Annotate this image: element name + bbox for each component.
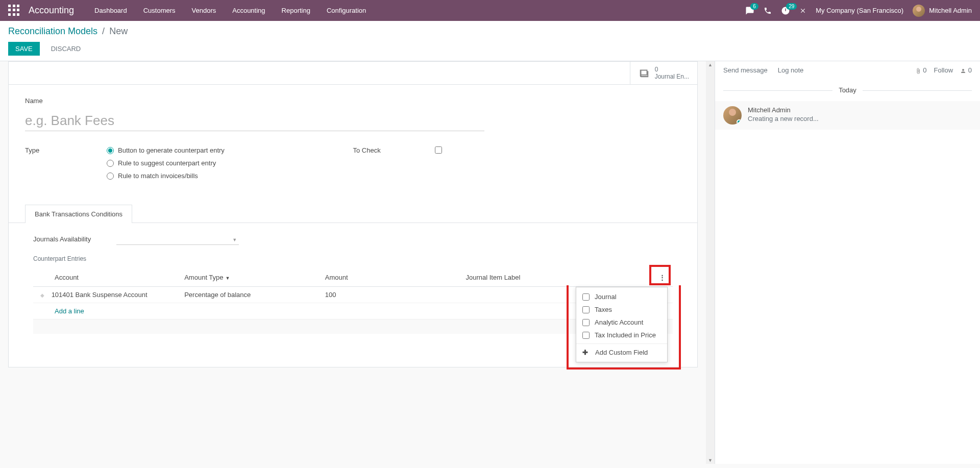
attachments-button[interactable]: 0 bbox=[915, 66, 927, 74]
journals-availability-label: Journals Availability bbox=[33, 235, 91, 243]
type-option-suggest[interactable]: Rule to suggest counterpart entry bbox=[107, 159, 225, 167]
chk-taxes[interactable] bbox=[582, 306, 590, 313]
to-check-checkbox[interactable] bbox=[435, 146, 442, 154]
th-amount-type[interactable]: Amount Type▼ bbox=[180, 268, 321, 287]
send-message-link[interactable]: Send message bbox=[723, 66, 768, 74]
form-content: Name Type Button to generate counterpart… bbox=[9, 85, 697, 192]
breadcrumb: Reconciliation Models / New bbox=[8, 26, 972, 37]
messages-icon[interactable]: 6 bbox=[745, 6, 754, 15]
chk-tax-incl[interactable] bbox=[582, 332, 590, 339]
control-buttons: Save Discard bbox=[8, 42, 972, 56]
to-check-label: To Check bbox=[353, 146, 435, 178]
th-account[interactable]: Account bbox=[33, 268, 180, 287]
chatter-topbar: Send message Log note 0 Follow 0 bbox=[715, 61, 980, 79]
chatter-panel: Send message Log note 0 Follow 0 Today bbox=[715, 61, 980, 464]
name-label: Name bbox=[25, 97, 681, 105]
type-option-button[interactable]: Button to generate counterpart entry bbox=[107, 146, 225, 154]
form-sheet: 0 Journal En... Name Type Button to gene… bbox=[8, 61, 698, 367]
menu-reporting[interactable]: Reporting bbox=[274, 1, 318, 20]
company-selector[interactable]: My Company (San Francisco) bbox=[816, 7, 903, 14]
followers-button[interactable]: 0 bbox=[960, 66, 972, 74]
discard-button[interactable]: Discard bbox=[44, 42, 88, 56]
chk-analytic[interactable] bbox=[582, 319, 590, 326]
follow-button[interactable]: Follow bbox=[934, 66, 953, 74]
log-note-link[interactable]: Log note bbox=[778, 66, 804, 74]
vertical-scrollbar[interactable] bbox=[706, 61, 715, 464]
phone-icon[interactable] bbox=[764, 7, 772, 15]
chatter-message: Mitchell Admin Creating a new record... bbox=[715, 101, 980, 130]
save-button[interactable]: Save bbox=[8, 42, 40, 56]
message-author[interactable]: Mitchell Admin bbox=[748, 106, 819, 114]
plus-icon: ✚ bbox=[582, 349, 588, 356]
app-name[interactable]: Accounting bbox=[29, 5, 74, 16]
dropdown-item-journal[interactable]: Journal bbox=[576, 290, 667, 303]
type-radio-button[interactable] bbox=[107, 147, 114, 154]
menu-vendors[interactable]: Vendors bbox=[184, 1, 225, 20]
message-avatar-icon bbox=[723, 106, 742, 125]
user-name: Mitchell Admin bbox=[929, 7, 972, 14]
journals-availability-select[interactable] bbox=[116, 235, 239, 245]
dropdown-item-add-custom[interactable]: ✚ Add Custom Field bbox=[576, 346, 667, 359]
tab-header: Bank Transactions Conditions bbox=[9, 204, 697, 223]
type-radio-suggest[interactable] bbox=[107, 160, 114, 167]
stat-label: Journal En... bbox=[655, 73, 689, 80]
chk-journal[interactable] bbox=[582, 293, 590, 301]
menu-customers[interactable]: Customers bbox=[135, 1, 184, 20]
cell-account: 101401 Bank Suspense Account bbox=[52, 291, 148, 299]
type-option-match[interactable]: Rule to match invoices/bills bbox=[107, 172, 225, 180]
cell-amount: 100 bbox=[321, 287, 462, 303]
menu-configuration[interactable]: Configuration bbox=[318, 1, 374, 20]
menu-dashboard[interactable]: Dashboard bbox=[86, 1, 135, 20]
today-divider: Today bbox=[723, 86, 972, 94]
top-navbar: Accounting Dashboard Customers Vendors A… bbox=[0, 0, 980, 21]
stat-count: 0 bbox=[655, 66, 689, 73]
column-menu-kebab-icon[interactable]: ⋮ bbox=[659, 274, 666, 281]
online-status-icon bbox=[737, 119, 742, 125]
column-options-dropdown: Journal Taxes Analytic Account bbox=[576, 287, 668, 362]
main-menu: Dashboard Customers Vendors Accounting R… bbox=[86, 1, 745, 20]
debug-icon[interactable] bbox=[799, 7, 806, 14]
menu-accounting[interactable]: Accounting bbox=[224, 1, 273, 20]
control-panel: Reconciliation Models / New Save Discard bbox=[0, 21, 980, 61]
breadcrumb-parent[interactable]: Reconciliation Models bbox=[8, 26, 97, 36]
messages-badge: 6 bbox=[750, 3, 758, 10]
type-label: Type bbox=[25, 146, 107, 178]
breadcrumb-current: New bbox=[109, 26, 128, 36]
counterpart-table-wrap: Account Amount Type▼ Amount Journal Item… bbox=[33, 268, 673, 334]
th-amount[interactable]: Amount bbox=[321, 268, 462, 287]
tab-content: Journals Availability Counterpart Entrie… bbox=[25, 223, 681, 334]
dropdown-item-analytic[interactable]: Analytic Account bbox=[576, 316, 667, 329]
drag-handle-icon[interactable]: ◆ bbox=[40, 292, 44, 298]
add-a-line-link[interactable]: Add a line bbox=[55, 307, 84, 315]
cell-amount-type: Percentage of balance bbox=[180, 287, 321, 303]
main-container: 0 Journal En... Name Type Button to gene… bbox=[0, 61, 980, 464]
counterpart-entries-label: Counterpart Entries bbox=[33, 255, 673, 262]
dropdown-item-tax-included[interactable]: Tax Included in Price bbox=[576, 329, 667, 341]
apps-icon[interactable] bbox=[8, 5, 20, 17]
navbar-right: 6 29 My Company (San Francisco) Mitchell… bbox=[745, 5, 972, 17]
message-text: Creating a new record... bbox=[748, 115, 819, 122]
user-avatar-icon bbox=[913, 5, 925, 17]
dropdown-item-taxes[interactable]: Taxes bbox=[576, 303, 667, 316]
activities-badge: 29 bbox=[786, 3, 797, 10]
user-menu[interactable]: Mitchell Admin bbox=[913, 5, 972, 17]
th-column-menu: ⋮ bbox=[615, 268, 673, 287]
th-journal-item-label[interactable]: Journal Item Label bbox=[462, 268, 616, 287]
sort-caret-icon: ▼ bbox=[226, 276, 230, 281]
type-radio-match[interactable] bbox=[107, 173, 114, 180]
tabs: Bank Transactions Conditions Journals Av… bbox=[25, 204, 681, 334]
book-icon bbox=[639, 67, 650, 79]
type-radio-group: Button to generate counterpart entry Rul… bbox=[107, 146, 225, 180]
name-input[interactable] bbox=[25, 111, 484, 131]
journal-entries-stat-button[interactable]: 0 Journal En... bbox=[630, 62, 697, 84]
form-area: 0 Journal En... Name Type Button to gene… bbox=[0, 61, 706, 464]
button-box: 0 Journal En... bbox=[9, 62, 697, 85]
tab-bank-transactions[interactable]: Bank Transactions Conditions bbox=[25, 205, 132, 223]
activities-icon[interactable]: 29 bbox=[781, 6, 790, 15]
